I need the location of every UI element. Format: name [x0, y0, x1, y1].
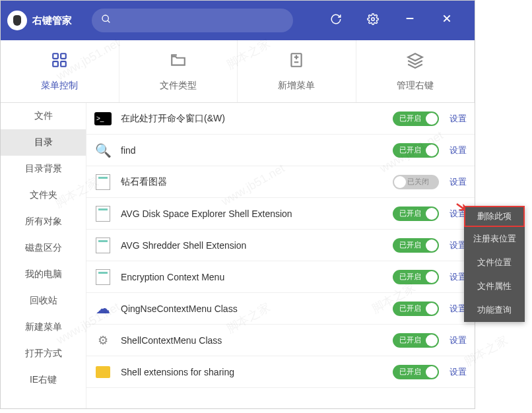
toggle-text: 已开启 — [399, 208, 421, 218]
tab-add-menu[interactable]: 新增菜单 — [238, 40, 356, 102]
cloud-icon: ☁ — [94, 300, 112, 317]
toggle-switch[interactable]: 已开启 — [393, 206, 439, 221]
search-input[interactable] — [92, 9, 293, 32]
title-actions — [328, 13, 468, 28]
list-row: ⚙ShellContextMenu Class已开启设置 — [86, 325, 475, 356]
toggle-text: 已关闭 — [407, 177, 429, 187]
list-row: ☁QingNseContextMenu Class已开启设置 — [86, 293, 475, 325]
toggle-text: 已开启 — [399, 303, 421, 313]
settings-link[interactable]: 设置 — [449, 334, 467, 346]
toggle-dot-icon — [426, 239, 438, 251]
row-label: AVG Disk Space Explorer Shell Extension — [121, 208, 393, 219]
context-menu-item[interactable]: 文件属性 — [464, 274, 525, 298]
sidebar-item[interactable]: 回收站 — [1, 288, 86, 314]
sidebar-item[interactable]: 磁盘区分 — [1, 235, 86, 261]
refresh-button[interactable] — [328, 13, 344, 28]
toggle-switch[interactable]: 已开启 — [393, 302, 439, 316]
search-icon — [101, 14, 112, 27]
tab-label: 文件类型 — [160, 80, 197, 92]
svg-line-1 — [108, 20, 110, 22]
body: 文件目录目录背景文件夹所有对象磁盘区分我的电脑回收站新建菜单打开方式IE右键 >… — [1, 103, 475, 408]
tab-label: 菜单控制 — [41, 80, 78, 92]
svg-rect-7 — [61, 53, 66, 59]
list-row: >_在此处打开命令窗口(&W)已开启设置 — [86, 103, 475, 135]
sidebar-item[interactable]: 文件 — [1, 103, 86, 129]
toggle-text: 已开启 — [399, 145, 421, 155]
toggle-text: 已开启 — [399, 272, 421, 282]
settings-link[interactable]: 设置 — [449, 144, 467, 156]
row-label: find — [121, 145, 393, 156]
toggle-switch[interactable]: 已开启 — [393, 333, 439, 348]
list-row: AVG Disk Space Explorer Shell Extension已… — [86, 198, 475, 230]
settings-button[interactable] — [365, 13, 381, 28]
row-label: 在此处打开命令窗口(&W) — [121, 113, 393, 125]
context-menu-item[interactable]: 功能查询 — [464, 298, 525, 322]
sidebar-item[interactable]: IE右键 — [1, 367, 86, 393]
doc-icon — [94, 237, 112, 254]
toggle-switch[interactable]: 已关闭 — [393, 175, 439, 189]
sidebar-item[interactable]: 所有对象 — [1, 208, 86, 235]
titlebar: 右键管家 — [1, 1, 475, 40]
toggle-text: 已开启 — [399, 240, 421, 250]
minimize-button[interactable] — [402, 13, 418, 28]
toggle-switch[interactable]: 已开启 — [393, 238, 439, 253]
sidebar-item[interactable]: 我的电脑 — [1, 261, 86, 288]
context-menu-item[interactable]: 注册表位置 — [464, 227, 525, 251]
list-row: AVG Shredder Shell Extension已开启设置 — [86, 230, 475, 261]
tab-label: 管理右键 — [397, 80, 434, 92]
toggle-text: 已开启 — [399, 335, 421, 345]
sidebar-item[interactable]: 目录 — [1, 129, 86, 156]
toggle-dot-icon — [426, 366, 438, 378]
row-label: AVG Shredder Shell Extension — [121, 240, 393, 251]
context-menu-item[interactable]: 删除此项 — [464, 206, 525, 227]
svg-rect-9 — [61, 61, 66, 67]
list-row: Shell extensions for sharing已开启设置 — [86, 356, 475, 388]
close-button[interactable] — [439, 13, 455, 28]
add-doc-icon — [288, 51, 305, 73]
toggle-dot-icon — [426, 303, 438, 315]
toggle-dot-icon — [426, 334, 438, 346]
toggle-switch[interactable]: 已开启 — [393, 143, 439, 158]
settings-link[interactable]: 设置 — [449, 366, 467, 378]
tab-file-type[interactable]: 文件类型 — [119, 40, 238, 102]
doc-icon — [94, 269, 112, 286]
folder-icon — [94, 364, 112, 381]
list-row: 🔍find已开启设置 — [86, 135, 475, 166]
context-menu-item[interactable]: 文件位置 — [464, 251, 525, 274]
svg-point-0 — [102, 15, 108, 21]
main-tabs: 菜单控制 文件类型 新增菜单 管理右键 — [1, 40, 475, 103]
doc-icon — [94, 174, 112, 191]
toggle-dot-icon — [426, 208, 438, 220]
toggle-text: 已开启 — [399, 113, 421, 123]
find-icon: 🔍 — [94, 142, 112, 159]
toggle-switch[interactable]: 已开启 — [393, 365, 439, 379]
svg-rect-8 — [53, 61, 59, 67]
layers-icon — [407, 51, 424, 73]
app-window: 右键管家 菜单控制 — [0, 0, 475, 409]
toggle-switch[interactable]: 已开启 — [393, 111, 439, 126]
toggle-dot-icon — [426, 271, 438, 283]
row-label: Encryption Context Menu — [121, 272, 393, 282]
sidebar-item[interactable]: 目录背景 — [1, 156, 86, 182]
settings-link[interactable]: 设置 — [449, 176, 467, 188]
grid-icon — [51, 51, 68, 73]
app-logo-icon — [7, 11, 27, 30]
svg-rect-6 — [53, 53, 59, 59]
toggle-dot-icon — [426, 113, 438, 125]
doc-icon — [94, 205, 112, 222]
folder-icon — [170, 51, 187, 73]
tab-menu-control[interactable]: 菜单控制 — [1, 40, 119, 102]
tab-manage-right-click[interactable]: 管理右键 — [356, 40, 475, 102]
toggle-text: 已开启 — [399, 367, 421, 377]
row-label: ShellContextMenu Class — [121, 335, 393, 346]
context-menu: 删除此项注册表位置文件位置文件属性功能查询 — [464, 206, 525, 322]
toggle-switch[interactable]: 已开启 — [393, 270, 439, 284]
tab-label: 新增菜单 — [278, 80, 315, 92]
sidebar-item[interactable]: 文件夹 — [1, 182, 86, 208]
row-label: Shell extensions for sharing — [121, 367, 393, 377]
toggle-dot-icon — [394, 176, 406, 188]
row-label: 钻石看图器 — [121, 176, 393, 188]
sidebar-item[interactable]: 打开方式 — [1, 340, 86, 367]
sidebar-item[interactable]: 新建菜单 — [1, 314, 86, 340]
settings-link[interactable]: 设置 — [449, 113, 467, 125]
